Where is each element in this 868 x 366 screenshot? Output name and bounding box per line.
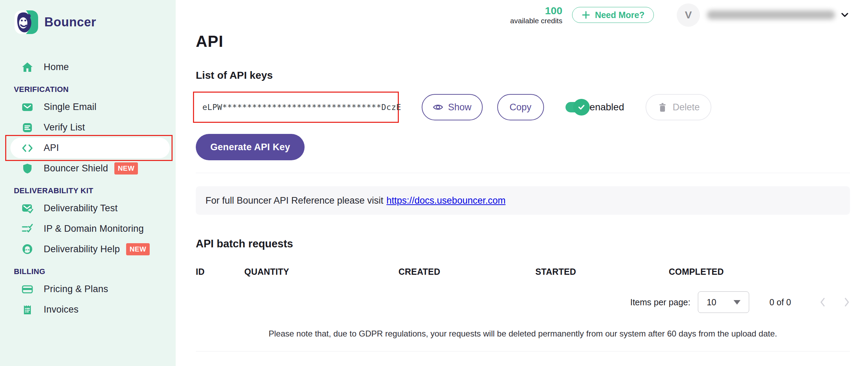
topbar: 100 available credits Need More? V — [510, 2, 849, 28]
new-badge: NEW — [114, 162, 138, 175]
credit-card-icon — [21, 283, 33, 295]
reference-text: For full Bouncer API Reference please vi… — [205, 195, 383, 206]
sidebar-item-home[interactable]: Home — [0, 57, 176, 77]
sidebar-item-label: IP & Domain Monitoring — [44, 223, 144, 234]
copy-button[interactable]: Copy — [497, 94, 544, 120]
column-completed: COMPLETED — [669, 267, 850, 277]
need-more-label: Need More? — [595, 10, 645, 20]
support-headset-icon — [21, 244, 33, 255]
column-started: STARTED — [535, 267, 669, 277]
batch-requests-heading: API batch requests — [196, 238, 850, 250]
email-icon — [21, 101, 33, 113]
sidebar-item-deliverability-help[interactable]: Deliverability Help NEW — [0, 239, 176, 259]
eye-icon — [433, 102, 443, 112]
items-per-page-select[interactable]: 10 — [698, 291, 749, 313]
sidebar-nav: Home VERIFICATION Single Email Verify Li… — [0, 57, 176, 320]
user-email-redacted — [707, 10, 835, 19]
sidebar-item-label: Single Email — [44, 102, 96, 112]
page-content: API List of API keys eLPW***************… — [176, 0, 868, 366]
column-created: CREATED — [398, 267, 535, 277]
dropdown-arrow-icon — [734, 300, 740, 305]
generate-api-key-button[interactable]: Generate API Key — [196, 134, 305, 160]
sidebar-item-label: API — [44, 143, 59, 153]
code-icon — [21, 142, 33, 154]
credits-block: 100 available credits — [510, 5, 562, 25]
chevron-down-icon — [841, 12, 849, 18]
brand-name: Bouncer — [44, 15, 96, 29]
home-icon — [21, 61, 33, 73]
sidebar-item-deliverability-test[interactable]: Deliverability Test — [0, 198, 176, 219]
sidebar-section-deliverability-kit: DELIVERABILITY KIT — [14, 186, 176, 195]
chevron-left-icon — [819, 297, 826, 307]
page-navigation — [819, 297, 850, 307]
checklist-icon — [21, 223, 33, 235]
sidebar-item-pricing-plans[interactable]: Pricing & Plans — [0, 279, 176, 299]
invoice-icon — [21, 304, 33, 316]
api-key-row: eLPW********************************DczE… — [196, 92, 850, 123]
previous-page-button[interactable] — [819, 297, 826, 307]
sidebar-item-ip-domain-monitoring[interactable]: IP & Domain Monitoring — [0, 219, 176, 239]
divider — [196, 173, 850, 173]
api-key-field[interactable]: eLPW********************************DczE — [193, 92, 399, 123]
sidebar-item-label: Verify List — [44, 122, 85, 133]
pagination: Items per page: 10 0 of 0 — [196, 291, 850, 313]
copy-label: Copy — [510, 102, 532, 113]
plus-icon — [581, 10, 590, 19]
sidebar-section-verification: VERIFICATION — [14, 85, 176, 94]
page-title: API — [196, 32, 850, 51]
api-keys-heading: List of API keys — [196, 69, 850, 81]
docs-link[interactable]: https://docs.usebouncer.com — [386, 195, 506, 206]
sidebar-item-label: Bouncer Shield — [44, 163, 108, 174]
list-icon — [21, 122, 33, 134]
user-menu-chevron[interactable] — [841, 12, 849, 18]
next-page-button[interactable] — [844, 297, 850, 307]
trash-icon — [657, 102, 668, 112]
sidebar: Bouncer Home VERIFICATION Single Email V… — [0, 0, 176, 366]
api-reference-note: For full Bouncer API Reference please vi… — [196, 186, 850, 215]
show-label: Show — [448, 102, 472, 113]
sidebar-item-bouncer-shield[interactable]: Bouncer Shield NEW — [0, 158, 176, 179]
column-quantity: QUANTITY — [244, 267, 398, 277]
items-per-page-label: Items per page: — [630, 297, 691, 307]
enabled-toggle[interactable] — [565, 102, 587, 112]
sidebar-item-verify-list[interactable]: Verify List — [0, 117, 176, 138]
items-per-page-value: 10 — [707, 297, 716, 307]
sidebar-item-label: Deliverability Help — [44, 244, 120, 255]
avatar[interactable]: V — [677, 3, 700, 27]
chevron-right-icon — [844, 297, 850, 307]
sidebar-item-invoices[interactable]: Invoices — [0, 299, 176, 320]
sidebar-item-label: Deliverability Test — [44, 203, 117, 214]
shield-icon — [21, 163, 33, 175]
delete-label: Delete — [673, 102, 700, 113]
main-area: 100 available credits Need More? V API L… — [176, 0, 868, 366]
sidebar-item-single-email[interactable]: Single Email — [0, 97, 176, 117]
toggle-thumb — [573, 99, 590, 116]
avatar-initial: V — [685, 9, 692, 21]
divider — [196, 351, 850, 351]
sidebar-item-label: Invoices — [44, 304, 79, 315]
new-badge: NEW — [126, 243, 150, 255]
page-range-label: 0 of 0 — [769, 297, 791, 307]
column-id: ID — [196, 267, 244, 277]
brand-logo[interactable]: Bouncer — [15, 10, 176, 34]
delete-button[interactable]: Delete — [646, 94, 711, 120]
sidebar-section-billing: BILLING — [14, 267, 176, 276]
need-more-button[interactable]: Need More? — [572, 7, 654, 23]
sidebar-item-label: Pricing & Plans — [44, 284, 108, 295]
batch-table-header: ID QUANTITY CREATED STARTED COMPLETED — [196, 267, 850, 277]
credits-label: available credits — [510, 17, 562, 25]
check-icon — [577, 103, 586, 111]
sidebar-item-api[interactable]: API — [10, 138, 170, 158]
credits-value: 100 — [510, 5, 562, 17]
show-button[interactable]: Show — [422, 94, 483, 120]
api-key-masked-value: eLPW********************************DczE — [202, 103, 401, 112]
enabled-toggle-wrap: enabled — [565, 102, 624, 113]
toggle-state-label: enabled — [590, 102, 624, 113]
bouncer-gorilla-icon — [15, 10, 38, 34]
email-check-icon — [21, 203, 33, 214]
sidebar-item-label: Home — [44, 62, 69, 73]
gdpr-note: Please note that, due to GDPR regulation… — [196, 329, 850, 339]
